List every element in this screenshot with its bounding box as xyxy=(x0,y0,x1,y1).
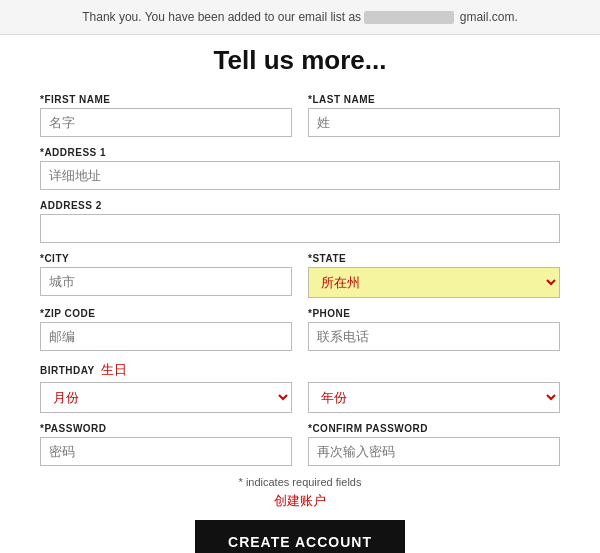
first-name-input[interactable] xyxy=(40,108,292,137)
city-label: *CITY xyxy=(40,253,292,264)
phone-input[interactable] xyxy=(308,322,560,351)
banner-text-after: gmail.com. xyxy=(460,10,518,24)
address1-group: *ADDRESS 1 xyxy=(40,147,560,190)
name-row: *FIRST NAME *LAST NAME xyxy=(40,94,560,137)
create-account-button[interactable]: CREATE ACCOUNT xyxy=(195,520,405,553)
main-container: Tell us more... *FIRST NAME *LAST NAME *… xyxy=(0,35,600,553)
birthday-title-row: BIRTHDAY 生日 xyxy=(40,361,560,379)
password-row: *PASSWORD *CONFIRM PASSWORD xyxy=(40,423,560,466)
banner-text-before: Thank you. You have been added to our em… xyxy=(82,10,361,24)
top-banner: Thank you. You have been added to our em… xyxy=(0,0,600,35)
zip-label: *ZIP CODE xyxy=(40,308,292,319)
birthday-selects: 月份 1234 5678 9101112 年份 2024202320001990… xyxy=(40,382,560,413)
address1-label: *ADDRESS 1 xyxy=(40,147,560,158)
address2-input[interactable] xyxy=(40,214,560,243)
last-name-input[interactable] xyxy=(308,108,560,137)
state-select[interactable]: 所在州 ALAKAZAR CACOCTDE FLGAHIID ILINIAKS … xyxy=(308,267,560,298)
phone-group: *PHONE xyxy=(308,308,560,351)
address1-row: *ADDRESS 1 xyxy=(40,147,560,190)
year-select[interactable]: 年份 20242023200019901980 xyxy=(308,382,560,413)
birthday-label: BIRTHDAY xyxy=(40,365,95,376)
required-note: * indicates required fields xyxy=(40,476,560,488)
confirm-password-label: *CONFIRM PASSWORD xyxy=(308,423,560,434)
zip-input[interactable] xyxy=(40,322,292,351)
state-group: *STATE 所在州 ALAKAZAR CACOCTDE FLGAHIID IL… xyxy=(308,253,560,298)
password-group: *PASSWORD xyxy=(40,423,292,466)
last-name-label: *LAST NAME xyxy=(308,94,560,105)
year-group: 年份 20242023200019901980 xyxy=(308,382,560,413)
birthday-chinese-label: 生日 xyxy=(101,361,127,379)
month-group: 月份 1234 5678 9101112 xyxy=(40,382,292,413)
first-name-group: *FIRST NAME xyxy=(40,94,292,137)
city-group: *CITY xyxy=(40,253,292,298)
state-label: *STATE xyxy=(308,253,560,264)
create-account-link[interactable]: 创建账户 xyxy=(40,492,560,510)
confirm-password-input[interactable] xyxy=(308,437,560,466)
birthday-row: BIRTHDAY 生日 月份 1234 5678 9101112 年份 2024… xyxy=(40,361,560,413)
password-label: *PASSWORD xyxy=(40,423,292,434)
confirm-password-group: *CONFIRM PASSWORD xyxy=(308,423,560,466)
zip-group: *ZIP CODE xyxy=(40,308,292,351)
password-input[interactable] xyxy=(40,437,292,466)
city-input[interactable] xyxy=(40,267,292,296)
address1-input[interactable] xyxy=(40,161,560,190)
city-state-row: *CITY *STATE 所在州 ALAKAZAR CACOCTDE FLGAH… xyxy=(40,253,560,298)
address2-group: ADDRESS 2 xyxy=(40,200,560,243)
last-name-group: *LAST NAME xyxy=(308,94,560,137)
month-select[interactable]: 月份 1234 5678 9101112 xyxy=(40,382,292,413)
address2-row: ADDRESS 2 xyxy=(40,200,560,243)
phone-label: *PHONE xyxy=(308,308,560,319)
birthday-group: BIRTHDAY 生日 月份 1234 5678 9101112 年份 2024… xyxy=(40,361,560,413)
email-redacted xyxy=(364,11,454,24)
first-name-label: *FIRST NAME xyxy=(40,94,292,105)
page-title: Tell us more... xyxy=(40,45,560,76)
zip-phone-row: *ZIP CODE *PHONE xyxy=(40,308,560,351)
address2-label: ADDRESS 2 xyxy=(40,200,560,211)
